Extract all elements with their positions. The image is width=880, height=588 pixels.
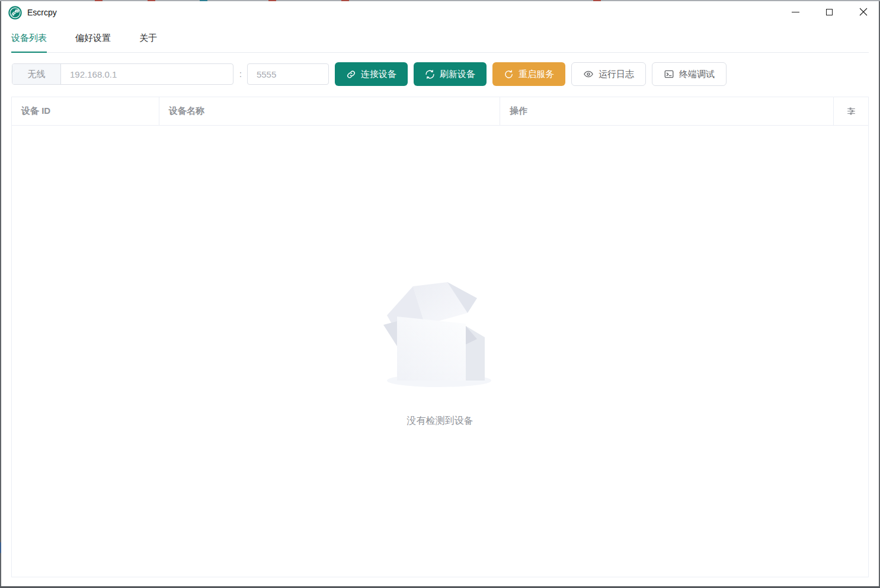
- column-header-device-name: 设备名称: [159, 97, 500, 125]
- device-table: 设备 ID 设备名称 操作: [11, 97, 869, 577]
- ip-port-separator: :: [239, 69, 242, 79]
- connection-toolbar: 无线 : 连接设备 刷新设备 重启服务: [12, 62, 727, 87]
- terminal-debug-button[interactable]: 终端调试: [652, 62, 727, 86]
- refresh-icon: [425, 69, 435, 79]
- column-header-device-id: 设备 ID: [12, 97, 159, 125]
- tab-about[interactable]: 关于: [139, 24, 175, 52]
- run-log-button[interactable]: 运行日志: [571, 62, 646, 86]
- refresh-devices-button[interactable]: 刷新设备: [414, 62, 487, 86]
- wireless-label: 无线: [12, 64, 61, 84]
- minimize-button[interactable]: [779, 0, 812, 24]
- link-icon: [346, 69, 356, 79]
- connect-device-button[interactable]: 连接设备: [335, 62, 408, 86]
- empty-box-illustration: [381, 270, 500, 389]
- tab-label: 设备列表: [11, 33, 47, 44]
- maximize-button[interactable]: [812, 0, 846, 24]
- app-window: Escrcpy 设备列表 偏好设置 关于 无线 : 连接设备: [0, 0, 880, 588]
- terminal-icon: [664, 69, 674, 79]
- tab-label: 偏好设置: [75, 33, 111, 44]
- operation-sliders-icon: [846, 106, 857, 117]
- app-title: Escrcpy: [27, 8, 57, 17]
- column-header-actions: 操作: [500, 97, 834, 125]
- top-edge-artifact: [0, 0, 880, 1]
- ip-input-group: 无线: [12, 63, 233, 85]
- tab-label: 关于: [139, 33, 157, 44]
- tab-bar: 设备列表 偏好设置 关于: [11, 24, 869, 53]
- column-settings-button[interactable]: [834, 97, 868, 125]
- close-icon: [859, 8, 868, 16]
- button-label: 重启服务: [519, 69, 554, 80]
- escrcpy-logo-icon: [8, 6, 22, 20]
- button-label: 连接设备: [361, 69, 396, 80]
- close-button[interactable]: [846, 0, 880, 24]
- port-input-box: [247, 63, 329, 85]
- maximize-icon: [826, 9, 833, 15]
- minimize-icon: [792, 12, 799, 12]
- button-label: 终端调试: [679, 69, 715, 80]
- table-header: 设备 ID 设备名称 操作: [12, 97, 868, 126]
- window-controls: [779, 0, 880, 24]
- title-bar: Escrcpy: [0, 1, 880, 24]
- eye-icon: [583, 69, 594, 79]
- tab-device-list[interactable]: 设备列表: [11, 24, 47, 52]
- restart-icon: [504, 69, 514, 79]
- left-edge-artifact: [0, 1, 1, 588]
- restart-service-button[interactable]: 重启服务: [492, 62, 565, 86]
- button-label: 刷新设备: [440, 69, 475, 80]
- button-label: 运行日志: [599, 69, 634, 80]
- empty-state-text: 没有检测到设备: [12, 415, 868, 427]
- tab-preferences[interactable]: 偏好设置: [75, 24, 111, 52]
- empty-state: 没有检测到设备: [12, 270, 868, 427]
- ip-address-input[interactable]: [61, 64, 233, 84]
